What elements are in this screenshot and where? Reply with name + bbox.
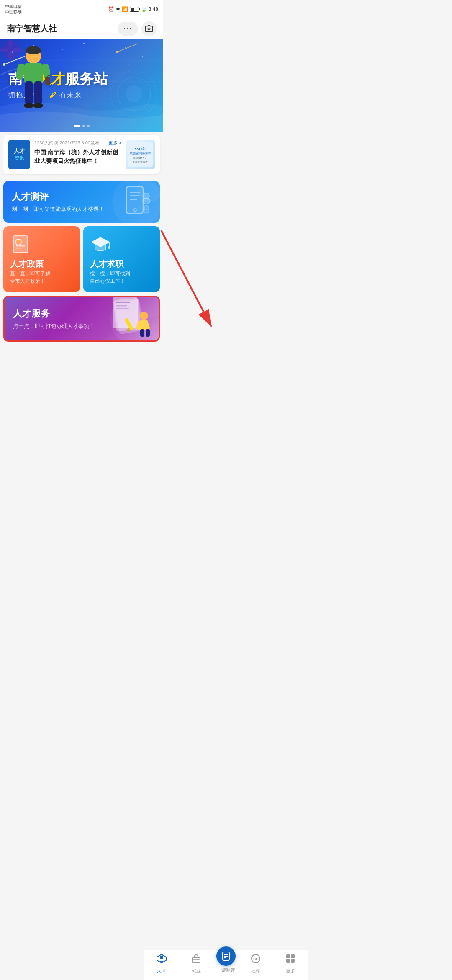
carrier1-label: 中国电信: [5, 4, 22, 9]
talent-policy-text: 人才政策 查一查，即可了解全市人才政策！: [10, 258, 73, 285]
talent-eval-icon-area: [118, 184, 152, 219]
app-title: 南宁智慧人社: [7, 23, 57, 34]
talent-eval-subtitle: 测一测，即可知道能享受的人才待遇！: [12, 206, 104, 213]
talent-policy-desc: 查一查，即可了解全市人才政策！: [10, 270, 73, 285]
talent-policy-card[interactable]: 人才政策 查一查，即可了解全市人才政策！: [3, 226, 80, 292]
carrier-info: 中国电信 中国移动: [5, 4, 22, 15]
news-more-link[interactable]: 更多 >: [108, 140, 121, 146]
svg-rect-54: [16, 245, 25, 247]
app-header: 南宁智慧人社 ···: [0, 18, 163, 39]
svg-point-5: [125, 47, 126, 49]
svg-line-9: [117, 44, 138, 52]
svg-point-3: [62, 49, 63, 50]
news-thumbnail: 2021年 第四届中国·南宁 海(境)外人才 创新创业大赛: [126, 140, 155, 169]
leaf-icon: 🍃: [141, 6, 147, 12]
carrier2-label: 中国移动: [5, 9, 22, 15]
svg-point-10: [116, 51, 118, 53]
header-actions: ···: [118, 21, 157, 36]
svg-rect-43: [130, 199, 137, 200]
talent-eval-text: 人才测评 测一测，即可知道能享受的人才待遇！: [12, 191, 104, 213]
svg-point-58: [108, 246, 110, 249]
status-bar: 中国电信 中国移动 ⏰ ✱ 📶 🍃 3:48: [0, 0, 163, 18]
news-tag-title: 人才: [14, 148, 25, 155]
talent-service-title: 人才服务: [13, 307, 95, 320]
svg-point-11: [117, 77, 151, 111]
banner-person: [0, 39, 50, 123]
svg-point-67: [140, 312, 148, 320]
talent-service-card[interactable]: 人才服务 点一点，即可打包办理人才事项！: [3, 296, 160, 342]
svg-point-0: [148, 28, 150, 30]
talent-eval-card[interactable]: 人才测评 测一测，即可知道能享受的人才待遇！: [3, 181, 160, 223]
talent-service-subtitle: 点一点，即可打包办理人才事项！: [13, 322, 95, 330]
talent-job-icon: [90, 234, 153, 256]
talent-service-text: 人才服务 点一点，即可打包办理人才事项！: [13, 307, 95, 330]
svg-text:海(境)外人才: 海(境)外人才: [133, 156, 147, 159]
battery-indicator: [130, 7, 139, 12]
svg-point-6: [142, 56, 143, 57]
svg-point-13: [126, 85, 142, 102]
news-meta: 1230人阅读 2021/7/23 8:00发布 更多 >: [34, 140, 121, 146]
talent-policy-icon: [10, 234, 73, 258]
svg-text:2021年: 2021年: [135, 147, 146, 151]
svg-point-15: [26, 46, 41, 54]
banner-section[interactable]: 南宁人才服务站 拥抱人才 🖌 有未来: [0, 39, 163, 132]
dot-1: [74, 125, 80, 127]
more-menu-button[interactable]: ···: [118, 22, 138, 36]
signal-icon: 📶: [122, 6, 128, 12]
svg-text:创新创业大赛: 创新创业大赛: [133, 160, 148, 163]
phone-document-icon: [118, 184, 152, 218]
bluetooth-icon: ✱: [116, 6, 120, 12]
time-display: 3:48: [149, 6, 158, 12]
job-icon: [90, 234, 111, 255]
feature-section: 人才测评 测一测，即可知道能享受的人才待遇！: [0, 178, 163, 345]
svg-rect-62: [116, 302, 130, 303]
svg-rect-21: [25, 81, 33, 104]
talent-job-desc: 搜一搜，即可找到自己心仪工作！: [90, 270, 153, 285]
dot-3: [87, 125, 90, 127]
svg-point-24: [33, 103, 43, 108]
svg-rect-16: [24, 63, 43, 84]
talent-job-card[interactable]: 人才求职 搜一搜，即可找到自己心仪工作！: [83, 226, 160, 292]
svg-rect-71: [140, 329, 144, 337]
talent-eval-title: 人才测评: [12, 191, 104, 203]
svg-rect-55: [16, 248, 23, 249]
news-headline: 中国·南宁海（境）外人才创新创业大赛项目火热征集中！: [34, 148, 121, 165]
news-content: 1230人阅读 2021/7/23 8:00发布 更多 > 中国·南宁海（境）外…: [34, 140, 121, 169]
svg-rect-63: [116, 305, 127, 307]
service-card-icon: [104, 296, 154, 339]
news-tag: 人才 资讯: [8, 140, 30, 169]
talent-job-title: 人才求职: [90, 258, 153, 270]
svg-rect-64: [116, 308, 129, 309]
dot-2: [82, 125, 85, 127]
status-right: ⏰ ✱ 📶 🍃 3:48: [108, 6, 158, 12]
svg-text:第四届中国·南宁: 第四届中国·南宁: [130, 152, 151, 155]
svg-rect-22: [34, 81, 42, 104]
news-thumb-image: 2021年 第四届中国·南宁 海(境)外人才 创新创业大赛: [128, 142, 153, 167]
clock-icon: ⏰: [108, 6, 114, 12]
svg-point-12: [111, 71, 157, 117]
news-tag-sub: 资讯: [15, 155, 24, 161]
svg-point-23: [24, 103, 34, 108]
svg-rect-61: [113, 297, 138, 328]
news-card[interactable]: 人才 资讯 1230人阅读 2021/7/23 8:00发布 更多 > 中国·南…: [3, 135, 160, 174]
banner-dots: [74, 125, 90, 127]
half-cards-row: 人才政策 查一查，即可了解全市人才政策！ 人才求职 搜: [3, 226, 160, 292]
camera-button[interactable]: [141, 21, 157, 36]
svg-rect-40: [126, 186, 143, 214]
talent-job-text: 人才求职 搜一搜，即可找到自己心仪工作！: [90, 258, 153, 285]
service-illustration: [104, 296, 154, 340]
svg-rect-72: [146, 329, 150, 337]
svg-rect-42: [130, 195, 140, 196]
talent-policy-title: 人才政策: [10, 258, 73, 270]
policy-icon: [10, 234, 31, 255]
svg-point-46: [143, 198, 150, 204]
svg-point-48: [144, 209, 149, 213]
svg-rect-17: [15, 63, 26, 80]
svg-rect-41: [130, 192, 140, 193]
svg-point-4: [83, 43, 85, 44]
